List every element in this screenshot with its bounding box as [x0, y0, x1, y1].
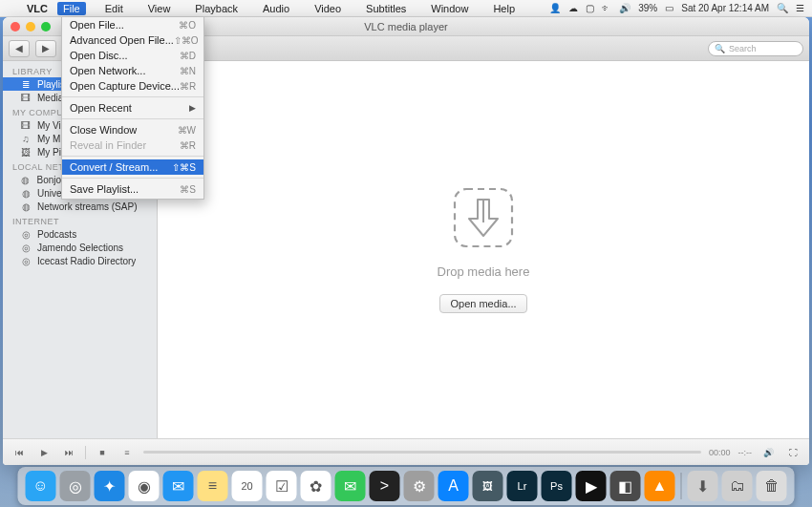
user-icon[interactable]: 👤 — [549, 3, 561, 13]
back-button[interactable]: ◀ — [9, 40, 30, 57]
dock-chrome[interactable]: ◉ — [129, 471, 160, 501]
minimize-button[interactable] — [26, 22, 35, 32]
menu-file[interactable]: File — [57, 2, 86, 15]
playback-controls: ⏮ ▶ ⏭ ■ ≡ 00:00 --:-- 🔊 ⛶ — [3, 438, 809, 465]
menu-playback[interactable]: Playback — [189, 2, 244, 15]
dock-downloads[interactable]: ⬇ — [688, 471, 718, 501]
dock-notes[interactable]: ≡ — [198, 471, 228, 501]
sidebar-item-label: Jamendo Selections — [37, 243, 123, 253]
dock-photos[interactable]: ✿ — [301, 471, 331, 501]
next-button[interactable]: ⏭ — [60, 445, 77, 460]
menu-item[interactable]: Open Network...⌘N — [62, 63, 203, 78]
fullscreen-button[interactable]: ⛶ — [784, 445, 801, 460]
menu-item-label: Open Capture Device... — [70, 80, 180, 92]
menu-item[interactable]: Advanced Open File...⇧⌘O — [62, 32, 203, 48]
sidebar-item[interactable]: ◎Jamendo Selections — [3, 241, 157, 254]
volume-button[interactable]: 🔊 — [759, 445, 777, 460]
menu-item[interactable]: Open Capture Device...⌘R — [62, 78, 203, 94]
dock-trash[interactable]: 🗑 — [757, 471, 787, 501]
menu-item-label: Close Window — [70, 124, 137, 136]
volume-icon[interactable]: 🔊 — [619, 3, 630, 13]
menu-item[interactable]: Save Playlist...⌘S — [62, 181, 203, 197]
search-icon: 🔍 — [715, 44, 725, 53]
sidebar-item[interactable]: ◍Network streams (SAP) — [3, 200, 157, 213]
menu-shortcut: ⌘S — [180, 184, 196, 195]
menu-item-label: Open Disc... — [70, 50, 128, 61]
forward-button[interactable]: ▶ — [35, 40, 56, 57]
menu-window[interactable]: Window — [425, 2, 474, 15]
menu-help[interactable]: Help — [487, 2, 521, 15]
file-menu-dropdown: Open File...⌘OAdvanced Open File...⇧⌘OOp… — [61, 17, 204, 200]
menu-audio[interactable]: Audio — [257, 2, 295, 15]
stop-button[interactable]: ■ — [94, 445, 111, 460]
dock-sublime[interactable]: ◧ — [610, 471, 641, 501]
menu-item-label: Save Playlist... — [70, 183, 139, 195]
menu-video[interactable]: Video — [309, 2, 347, 15]
dock-photoshop[interactable]: Ps — [542, 471, 572, 501]
dock-calendar[interactable]: 20 — [232, 471, 263, 501]
sidebar-item[interactable]: ◎Icecast Radio Directory — [3, 254, 157, 267]
note-icon: ♫ — [20, 133, 32, 144]
dock-messages[interactable]: ✉ — [335, 471, 366, 501]
prev-button[interactable]: ⏮ — [11, 445, 28, 460]
airplay-icon[interactable]: ▢ — [586, 3, 594, 13]
menu-shortcut: ⌘D — [180, 51, 196, 61]
sidebar-item-label: Icecast Radio Directory — [37, 256, 136, 266]
menu-item[interactable]: Open File...⌘O — [62, 17, 203, 32]
sidebar-item[interactable]: ◎Podcasts — [3, 227, 157, 241]
dock-lightroom[interactable]: Lr — [507, 471, 538, 501]
play-button[interactable]: ▶ — [35, 445, 53, 460]
seek-slider[interactable] — [143, 451, 701, 454]
battery-percent: 39% — [638, 3, 657, 13]
cloud-icon[interactable]: ☁ — [568, 3, 578, 13]
dock-appstore[interactable]: A — [438, 471, 469, 501]
dock-safari[interactable]: ✦ — [95, 471, 125, 501]
dock: ☺◎✦◉✉≡20☑✿✉>⚙A🖼LrPs▶◧▲⬇🗂🗑 — [18, 467, 795, 505]
open-media-button[interactable]: Open media... — [439, 294, 526, 313]
film-icon: 🎞 — [20, 92, 32, 103]
menu-shortcut: ⇧⌘S — [172, 162, 196, 173]
menu-edit[interactable]: Edit — [99, 2, 129, 15]
menu-item[interactable]: Convert / Stream...⇧⌘S — [62, 159, 203, 175]
submenu-arrow-icon: ▶ — [189, 103, 196, 113]
menu-view[interactable]: View — [142, 2, 177, 15]
menu-item: Reveal in Finder⌘R — [62, 137, 203, 153]
list-icon: ≣ — [20, 78, 32, 90]
dock-reminders[interactable]: ☑ — [267, 471, 297, 501]
zoom-button[interactable] — [41, 22, 51, 32]
rss-icon: ◎ — [20, 228, 32, 240]
playlist-main: Drop media here Open media... — [158, 61, 809, 438]
menu-item-label: Reveal in Finder — [70, 139, 146, 151]
menu-item[interactable]: Open Disc...⌘D — [62, 48, 203, 63]
close-button[interactable] — [11, 22, 20, 32]
dock-mail[interactable]: ✉ — [163, 471, 194, 501]
playlist-button[interactable]: ≡ — [118, 445, 136, 460]
dock-docs[interactable]: 🗂 — [722, 471, 753, 501]
dock-launchpad[interactable]: ◎ — [60, 471, 91, 501]
dock-settings[interactable]: ⚙ — [404, 471, 435, 501]
rss-icon: ◎ — [20, 255, 32, 266]
wifi-icon[interactable]: ᯤ — [602, 3, 611, 13]
app-name[interactable]: VLC — [27, 3, 48, 14]
dock-preview[interactable]: 🖼 — [473, 471, 503, 501]
dock-player[interactable]: ▶ — [576, 471, 607, 501]
menu-item[interactable]: Open Recent▶ — [62, 100, 203, 116]
notifications-icon[interactable]: ☰ — [796, 3, 804, 13]
dock-vlc[interactable]: ▲ — [645, 471, 675, 501]
globe-icon: ◍ — [20, 187, 32, 199]
film-icon: 🎞 — [20, 119, 32, 131]
dock-terminal[interactable]: > — [370, 471, 400, 501]
menu-shortcut: ⌘R — [180, 81, 196, 92]
search-input[interactable]: 🔍 Search — [708, 41, 803, 56]
menu-shortcut: ⌘W — [178, 125, 196, 136]
drop-text: Drop media here — [438, 264, 530, 279]
globe-icon: ◍ — [20, 201, 32, 212]
menu-item-label: Convert / Stream... — [70, 161, 158, 173]
battery-icon[interactable]: ▭ — [665, 3, 673, 13]
menu-shortcut: ⌘O — [179, 20, 196, 31]
sidebar-item-label: Network streams (SAP) — [37, 201, 137, 212]
spotlight-icon[interactable]: 🔍 — [777, 3, 788, 13]
dock-finder[interactable]: ☺ — [26, 471, 56, 501]
menu-item[interactable]: Close Window⌘W — [62, 122, 203, 137]
menu-subtitles[interactable]: Subtitles — [360, 2, 412, 15]
